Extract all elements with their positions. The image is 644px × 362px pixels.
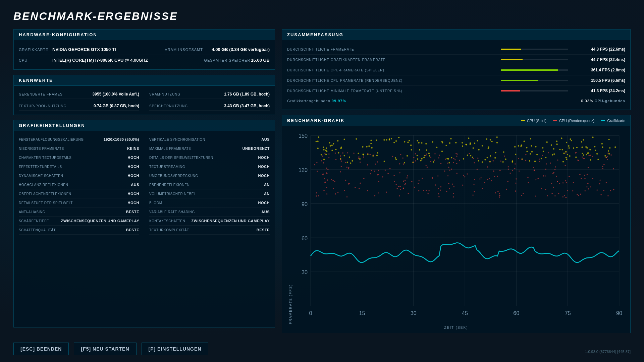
svg-point-264 xyxy=(317,171,318,172)
svg-point-469 xyxy=(600,194,602,195)
kennwerte-header: KENNWERTE xyxy=(14,75,275,86)
zusammen-item: DURCHSCHNITTLICHE CPU-FRAMERATE (RENDERS… xyxy=(287,75,625,86)
zusammen-item: DURCHSCHNITTLICHE GRAFIKKARTEN-FRAMERATE… xyxy=(287,55,625,65)
grafik-item-right: TEXTURKOMPLEXITÄTBESTE xyxy=(149,226,270,235)
svg-point-307 xyxy=(493,171,494,172)
svg-point-201 xyxy=(568,147,570,148)
svg-point-67 xyxy=(581,141,582,142)
svg-point-282 xyxy=(499,170,501,171)
svg-point-107 xyxy=(370,140,372,141)
svg-point-311 xyxy=(491,180,492,182)
svg-point-507 xyxy=(318,195,319,196)
svg-point-155 xyxy=(546,141,548,143)
svg-point-505 xyxy=(516,178,517,180)
svg-point-237 xyxy=(333,188,334,189)
svg-point-75 xyxy=(376,155,378,156)
svg-point-216 xyxy=(566,157,567,158)
svg-point-101 xyxy=(350,162,351,164)
svg-text:60: 60 xyxy=(513,310,519,316)
svg-point-480 xyxy=(525,154,527,156)
svg-point-359 xyxy=(451,169,452,170)
svg-point-519 xyxy=(316,195,317,197)
svg-point-488 xyxy=(602,166,603,167)
grafik-item-right: BLOOMHOCH xyxy=(149,198,270,207)
svg-point-121 xyxy=(478,149,480,150)
svg-point-316 xyxy=(415,153,416,155)
svg-point-89 xyxy=(495,152,496,153)
grafik-item-right: VERTIKALE SYNCHRONISATIONAUS xyxy=(149,135,270,144)
chart-legend: CPU (Spiel)CPU (Rendersquenz)Grafikkarte xyxy=(521,119,625,123)
svg-point-220 xyxy=(384,161,385,162)
svg-point-260 xyxy=(474,162,475,164)
progress-bar xyxy=(501,49,568,50)
svg-point-228 xyxy=(374,171,375,172)
svg-point-229 xyxy=(418,190,420,191)
zusammen-section: ZUSAMMENFASSUNG DURCHSCHNITTLICHE FRAMER… xyxy=(282,29,631,110)
svg-point-83 xyxy=(448,162,450,163)
svg-point-259 xyxy=(340,171,341,173)
svg-point-40 xyxy=(362,146,363,147)
kennwerte-body: GERENDERTE FRAMES3955 (100.0% Volle Aufl… xyxy=(14,86,275,115)
svg-point-413 xyxy=(331,179,332,180)
svg-point-500 xyxy=(374,195,376,196)
vram-value: 4.00 GB (3.34 GB verfügbar) xyxy=(212,47,270,52)
svg-text:90: 90 xyxy=(302,201,308,207)
x-axis-label: ZEIT (SEK) xyxy=(287,326,625,329)
svg-point-110 xyxy=(488,146,489,148)
gpu-row: GRAFIKKARTE NVIDIA GEFORCE GTX 1050 TI V… xyxy=(19,44,270,55)
svg-point-190 xyxy=(503,151,504,153)
p-button[interactable]: [P] EINSTELLUNGEN xyxy=(142,343,209,355)
svg-point-119 xyxy=(531,151,533,153)
svg-point-160 xyxy=(494,157,496,159)
svg-point-194 xyxy=(551,144,552,146)
svg-point-280 xyxy=(370,154,371,156)
grafik-item-right: VOLUMETRISCHER NEBELAN xyxy=(149,189,270,198)
svg-point-174 xyxy=(496,142,498,143)
svg-point-122 xyxy=(514,146,516,147)
svg-point-132 xyxy=(407,155,408,157)
cpu-label: CPU xyxy=(19,58,52,62)
hardware-body: GRAFIKKARTE NVIDIA GEFORCE GTX 1050 TI V… xyxy=(14,40,275,69)
f5-button[interactable]: [F5] NEU STARTEN xyxy=(74,343,136,355)
svg-point-35 xyxy=(477,140,478,141)
svg-point-114 xyxy=(377,152,378,154)
svg-point-48 xyxy=(398,137,399,138)
chart-section: BENCHMARK-GRAFIK CPU (Spiel)CPU (Renders… xyxy=(282,115,631,333)
svg-point-82 xyxy=(487,157,488,158)
svg-point-404 xyxy=(359,188,360,189)
svg-point-124 xyxy=(543,150,544,152)
svg-point-459 xyxy=(371,170,372,171)
svg-point-106 xyxy=(410,144,412,146)
svg-point-158 xyxy=(565,151,567,152)
svg-point-202 xyxy=(526,147,527,148)
svg-point-241 xyxy=(548,152,549,154)
svg-point-442 xyxy=(324,181,326,183)
svg-point-133 xyxy=(463,158,464,160)
svg-point-123 xyxy=(370,143,372,144)
svg-point-417 xyxy=(399,186,401,187)
svg-point-212 xyxy=(582,153,583,154)
svg-point-175 xyxy=(356,138,357,139)
svg-point-276 xyxy=(335,193,336,195)
svg-point-96 xyxy=(474,142,475,144)
svg-point-221 xyxy=(395,157,396,159)
esc-button[interactable]: [ESC] BEENDEN xyxy=(13,343,69,355)
svg-point-402 xyxy=(469,153,470,154)
svg-point-317 xyxy=(566,182,567,183)
svg-point-457 xyxy=(575,152,576,154)
svg-point-376 xyxy=(508,169,509,170)
svg-point-441 xyxy=(328,154,330,155)
svg-point-247 xyxy=(489,178,490,179)
svg-point-137 xyxy=(317,147,319,149)
svg-point-523 xyxy=(610,190,611,191)
svg-point-395 xyxy=(434,153,436,155)
svg-text:0: 0 xyxy=(309,310,312,316)
svg-point-366 xyxy=(572,190,574,192)
svg-point-371 xyxy=(592,178,594,179)
zusammen-item: DURCHSCHNITTLICHE FRAMERATE 44.3 FPS (22… xyxy=(287,44,625,55)
progress-bar xyxy=(501,69,568,71)
svg-point-375 xyxy=(587,174,588,175)
svg-point-41 xyxy=(482,161,483,163)
svg-point-279 xyxy=(541,188,542,189)
svg-point-213 xyxy=(338,152,339,154)
